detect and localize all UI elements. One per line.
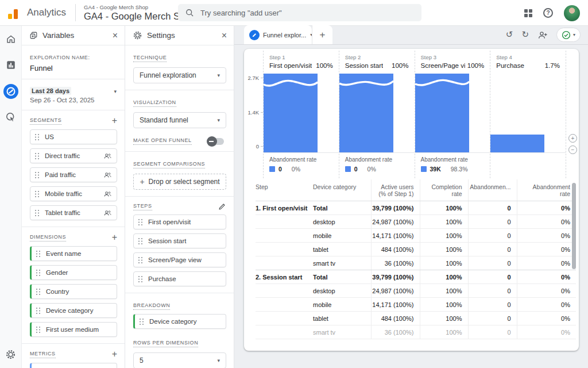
close-icon[interactable]: × (113, 31, 118, 40)
step-rate: 100% (314, 62, 332, 69)
add-tab-button[interactable]: + (312, 25, 332, 44)
funnel-bar[interactable] (415, 74, 469, 152)
table-row[interactable]: mobile14,171 (100%)100%00% (256, 298, 576, 312)
abandonment-block: Abandonment rate 00% (339, 152, 415, 178)
zoom-out-icon[interactable]: − (568, 145, 577, 154)
drag-handle-icon[interactable] (36, 307, 41, 314)
date-range-picker[interactable]: Last 28 days Sep 26 - Oct 23, 2025 ▾ (22, 79, 125, 110)
redo-icon[interactable]: ↻ (521, 30, 529, 39)
drag-handle-icon[interactable] (35, 209, 40, 216)
col-device-category[interactable]: Device category (313, 179, 371, 201)
add-dimension-icon[interactable]: + (112, 233, 117, 242)
drag-handle-icon[interactable] (36, 269, 41, 276)
segment-chip-mobile[interactable]: Mobile traffic (30, 186, 117, 201)
search-bar[interactable] (178, 4, 421, 21)
drag-handle-icon[interactable] (36, 250, 41, 257)
help-icon[interactable]: ? (543, 8, 553, 18)
step-name: Purchase (496, 62, 524, 69)
exploration-name-value[interactable]: Funnel (30, 64, 117, 72)
dimension-chip[interactable]: Device category (30, 303, 117, 318)
dimension-chip[interactable]: Event name (30, 246, 117, 261)
top-bar: Analytics GA4 - Google Merch Shop GA4 - … (0, 0, 588, 26)
table-row[interactable]: tablet484 (100%)100%00% (256, 243, 576, 256)
segment-drop-target[interactable]: +Drop or select segment (133, 174, 226, 190)
tab-bar: Funnel explor... ▾ + ↺ ↻ ▾ (234, 26, 588, 45)
abandonment-block: Abandonment rate 39K98.3% (415, 152, 490, 178)
drag-handle-icon[interactable] (35, 133, 40, 140)
nav-advertising-icon[interactable] (5, 112, 16, 122)
undo-icon[interactable]: ↺ (506, 30, 513, 39)
funnel-step-header: Step 1 First open/visit100% (264, 51, 339, 74)
step-chip[interactable]: Session start (133, 233, 226, 248)
share-add-user-icon[interactable] (537, 30, 548, 40)
table-row[interactable]: desktop24,987 (100%)100%00% (256, 215, 576, 229)
table-row[interactable]: 2. Session startTotal39,799 (100%)100%00… (256, 270, 576, 284)
zoom-in-icon[interactable]: + (568, 134, 577, 143)
admin-gear-icon[interactable] (5, 349, 16, 360)
col-active-users[interactable]: Active users(% of Step 1) (371, 179, 420, 201)
segment-label: Direct traffic (45, 152, 80, 159)
add-segment-icon[interactable]: + (112, 116, 117, 125)
table-row[interactable]: mobile14,171 (100%)100%00% (256, 229, 576, 243)
segment-chip-us[interactable]: US (30, 129, 117, 144)
table-row[interactable]: tablet484 (100%)100%00% (256, 312, 576, 325)
step-chip[interactable]: Purchase (133, 271, 226, 286)
chevron-down-icon[interactable]: ▾ (114, 89, 117, 94)
drag-handle-icon[interactable] (35, 190, 40, 197)
funnel-bar[interactable] (339, 74, 393, 152)
breakdown-label: BREAKDOWN (133, 302, 170, 310)
segment-chip-direct[interactable]: Direct traffic (30, 148, 117, 163)
segment-chip-paid[interactable]: Paid traffic (30, 167, 117, 182)
segment-chip-tablet[interactable]: Tablet traffic (30, 205, 117, 220)
funnel-bar[interactable] (264, 74, 318, 152)
drag-handle-icon[interactable] (138, 218, 143, 225)
nav-reports-icon[interactable] (6, 60, 16, 70)
step-number: Step 4 (496, 54, 560, 60)
saved-status-pill[interactable]: ▾ (556, 28, 581, 42)
table-scrollbar[interactable] (572, 183, 576, 269)
drag-handle-icon[interactable] (35, 171, 40, 178)
funnel-bar[interactable] (490, 135, 544, 153)
nav-home-icon[interactable] (6, 34, 16, 44)
table-row[interactable]: smart tv36 (100%)100%00% (256, 256, 576, 270)
drag-handle-icon[interactable] (36, 326, 41, 333)
step-chip[interactable]: First open/visit (133, 214, 226, 229)
add-metric-icon[interactable]: + (112, 350, 117, 359)
visualization-select[interactable]: Standard funnel▾ (133, 112, 226, 128)
drag-handle-icon[interactable] (35, 152, 40, 159)
metric-chip[interactable]: Active users (30, 363, 117, 368)
close-icon[interactable]: × (222, 31, 227, 40)
step-chip[interactable]: Screen/Page view (133, 252, 226, 267)
dimension-chip[interactable]: First user medium (30, 322, 117, 337)
table-row[interactable]: desktop24,987 (100%)100%00% (256, 284, 576, 298)
breakdown-chip[interactable]: Device category (133, 314, 226, 329)
drag-handle-icon[interactable] (138, 275, 143, 282)
make-open-funnel-label: MAKE OPEN FUNNEL (133, 137, 192, 145)
drag-handle-icon[interactable] (36, 288, 41, 295)
date-preset: Last 28 days (30, 87, 71, 95)
analytics-logo-icon[interactable] (8, 6, 22, 19)
rows-per-dimension-select[interactable]: 5▾ (133, 352, 226, 368)
y-tick: 0 (256, 143, 259, 150)
tab-funnel-exploration[interactable]: Funnel explor... ▾ (244, 25, 312, 44)
make-open-funnel-toggle[interactable] (208, 138, 224, 145)
user-avatar[interactable] (564, 5, 580, 21)
table-row[interactable]: 1. First open/visitTotal39,799 (100%)100… (256, 201, 576, 215)
nav-explore-icon-selected[interactable] (3, 84, 18, 99)
shared-audience-icon (103, 190, 112, 198)
drag-handle-icon[interactable] (140, 318, 144, 325)
col-abandonment-rate[interactable]: Abandonmentrate (517, 179, 576, 201)
col-completion-rate[interactable]: Completionrate (420, 179, 468, 201)
search-input[interactable] (200, 9, 396, 17)
drag-handle-icon[interactable] (138, 256, 143, 263)
technique-select[interactable]: Funnel exploration▾ (133, 67, 226, 83)
edit-steps-pencil-icon[interactable] (218, 202, 226, 210)
col-step[interactable]: Step (256, 179, 313, 201)
col-abandonment[interactable]: Abandonmen... (468, 179, 517, 201)
apps-grid-icon[interactable] (524, 9, 532, 17)
drag-handle-icon[interactable] (138, 237, 143, 244)
step-label: First open/visit (148, 218, 191, 225)
table-row[interactable]: smart tv36 (100%)100%00% (256, 325, 576, 339)
dimension-chip[interactable]: Country (30, 284, 117, 299)
dimension-chip[interactable]: Gender (30, 265, 117, 280)
